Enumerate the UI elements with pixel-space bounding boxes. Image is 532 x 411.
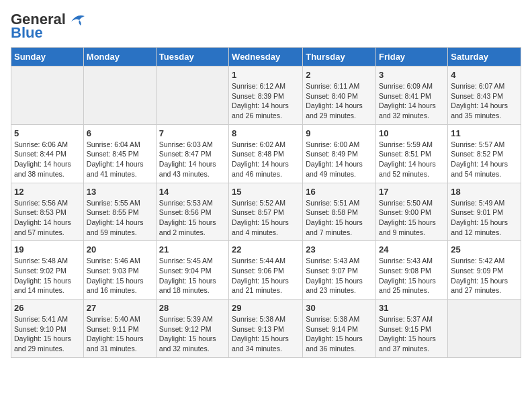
calendar-cell: 9Sunrise: 6:00 AM Sunset: 8:49 PM Daylig… [303,124,376,183]
day-number: 17 [379,187,445,197]
day-number: 16 [306,187,373,197]
day-number: 3 [379,70,445,80]
calendar-week-4: 19Sunrise: 5:48 AM Sunset: 9:02 PM Dayli… [11,241,521,300]
day-number: 23 [306,244,373,255]
calendar-cell [156,66,228,125]
day-info: Sunrise: 6:06 AM Sunset: 8:44 PM Dayligh… [14,140,81,179]
day-number: 13 [87,187,153,197]
header-monday: Monday [83,48,156,66]
calendar-cell: 11Sunrise: 5:57 AM Sunset: 8:52 PM Dayli… [448,124,521,183]
day-number: 2 [306,70,373,80]
calendar-cell: 13Sunrise: 5:55 AM Sunset: 8:55 PM Dayli… [83,183,156,241]
day-info: Sunrise: 6:09 AM Sunset: 8:41 PM Dayligh… [379,81,445,121]
calendar-cell: 5Sunrise: 6:06 AM Sunset: 8:44 PM Daylig… [11,124,84,183]
day-info: Sunrise: 5:39 AM Sunset: 9:12 PM Dayligh… [159,314,226,354]
day-number: 30 [306,303,373,313]
header-tuesday: Tuesday [156,48,228,66]
day-number: 1 [232,70,300,80]
day-number: 31 [379,303,445,313]
calendar-cell: 27Sunrise: 5:40 AM Sunset: 9:11 PM Dayli… [83,300,156,358]
day-number: 18 [451,187,518,197]
day-info: Sunrise: 6:02 AM Sunset: 8:48 PM Dayligh… [232,140,300,179]
day-number: 4 [451,70,518,80]
day-info: Sunrise: 5:46 AM Sunset: 9:03 PM Dayligh… [87,256,153,295]
day-info: Sunrise: 6:07 AM Sunset: 8:43 PM Dayligh… [451,81,518,121]
day-number: 21 [159,244,226,255]
calendar-cell: 10Sunrise: 5:59 AM Sunset: 8:51 PM Dayli… [376,124,448,183]
calendar-cell: 14Sunrise: 5:53 AM Sunset: 8:56 PM Dayli… [156,183,228,241]
header-sunday: Sunday [11,48,84,66]
logo: General Blue [11,11,86,42]
day-number: 27 [87,303,153,313]
calendar-cell: 6Sunrise: 6:04 AM Sunset: 8:45 PM Daylig… [83,124,156,183]
day-info: Sunrise: 5:52 AM Sunset: 8:57 PM Dayligh… [232,198,300,238]
calendar-cell: 24Sunrise: 5:43 AM Sunset: 9:08 PM Dayli… [376,241,448,300]
day-number: 24 [379,244,445,255]
day-info: Sunrise: 5:57 AM Sunset: 8:52 PM Dayligh… [451,140,518,179]
calendar-cell: 29Sunrise: 5:38 AM Sunset: 9:13 PM Dayli… [229,300,303,358]
calendar-cell: 19Sunrise: 5:48 AM Sunset: 9:02 PM Dayli… [11,241,84,300]
calendar-cell: 26Sunrise: 5:41 AM Sunset: 9:10 PM Dayli… [11,300,84,358]
calendar-cell: 2Sunrise: 6:11 AM Sunset: 8:40 PM Daylig… [303,66,376,125]
header-saturday: Saturday [448,48,521,66]
header-wednesday: Wednesday [229,48,303,66]
day-number: 8 [232,128,300,138]
day-number: 11 [451,128,518,138]
day-info: Sunrise: 5:43 AM Sunset: 9:08 PM Dayligh… [379,256,445,295]
calendar-cell: 25Sunrise: 5:42 AM Sunset: 9:09 PM Dayli… [448,241,521,300]
calendar-cell: 22Sunrise: 5:44 AM Sunset: 9:06 PM Dayli… [229,241,303,300]
day-info: Sunrise: 5:56 AM Sunset: 8:53 PM Dayligh… [14,198,81,238]
day-info: Sunrise: 6:03 AM Sunset: 8:47 PM Dayligh… [159,140,226,179]
day-info: Sunrise: 5:38 AM Sunset: 9:13 PM Dayligh… [232,314,300,354]
day-info: Sunrise: 5:42 AM Sunset: 9:09 PM Dayligh… [451,256,518,295]
day-info: Sunrise: 5:43 AM Sunset: 9:07 PM Dayligh… [306,256,373,295]
day-info: Sunrise: 5:44 AM Sunset: 9:06 PM Dayligh… [232,256,300,295]
logo-blue: Blue [11,24,43,42]
calendar-cell: 23Sunrise: 5:43 AM Sunset: 9:07 PM Dayli… [303,241,376,300]
day-number: 20 [87,244,153,255]
calendar-cell: 20Sunrise: 5:46 AM Sunset: 9:03 PM Dayli… [83,241,156,300]
logo-bird-icon [67,12,86,27]
day-number: 22 [232,244,300,255]
calendar-week-1: 1Sunrise: 6:12 AM Sunset: 8:39 PM Daylig… [11,66,521,125]
day-number: 6 [87,128,153,138]
day-number: 5 [14,128,81,138]
day-info: Sunrise: 6:12 AM Sunset: 8:39 PM Dayligh… [232,81,300,121]
calendar-cell: 31Sunrise: 5:37 AM Sunset: 9:15 PM Dayli… [376,300,448,358]
day-number: 14 [159,187,226,197]
page-header: General Blue [11,11,521,42]
day-number: 10 [379,128,445,138]
day-info: Sunrise: 5:45 AM Sunset: 9:04 PM Dayligh… [159,256,226,295]
header-thursday: Thursday [303,48,376,66]
calendar-cell [83,66,156,125]
day-info: Sunrise: 6:04 AM Sunset: 8:45 PM Dayligh… [87,140,153,179]
calendar-cell: 8Sunrise: 6:02 AM Sunset: 8:48 PM Daylig… [229,124,303,183]
calendar-cell: 3Sunrise: 6:09 AM Sunset: 8:41 PM Daylig… [376,66,448,125]
calendar-cell: 21Sunrise: 5:45 AM Sunset: 9:04 PM Dayli… [156,241,228,300]
day-number: 7 [159,128,226,138]
day-number: 26 [14,303,81,313]
day-info: Sunrise: 5:53 AM Sunset: 8:56 PM Dayligh… [159,198,226,238]
calendar-cell: 15Sunrise: 5:52 AM Sunset: 8:57 PM Dayli… [229,183,303,241]
calendar-table: SundayMondayTuesdayWednesdayThursdayFrid… [11,47,521,358]
day-number: 12 [14,187,81,197]
day-number: 29 [232,303,300,313]
calendar-cell: 28Sunrise: 5:39 AM Sunset: 9:12 PM Dayli… [156,300,228,358]
calendar-cell: 18Sunrise: 5:49 AM Sunset: 9:01 PM Dayli… [448,183,521,241]
day-info: Sunrise: 6:11 AM Sunset: 8:40 PM Dayligh… [306,81,373,121]
calendar-cell: 1Sunrise: 6:12 AM Sunset: 8:39 PM Daylig… [229,66,303,125]
day-info: Sunrise: 5:51 AM Sunset: 8:58 PM Dayligh… [306,198,373,238]
day-info: Sunrise: 5:37 AM Sunset: 9:15 PM Dayligh… [379,314,445,354]
calendar-week-3: 12Sunrise: 5:56 AM Sunset: 8:53 PM Dayli… [11,183,521,241]
calendar-cell: 12Sunrise: 5:56 AM Sunset: 8:53 PM Dayli… [11,183,84,241]
day-info: Sunrise: 5:59 AM Sunset: 8:51 PM Dayligh… [379,140,445,179]
day-info: Sunrise: 6:00 AM Sunset: 8:49 PM Dayligh… [306,140,373,179]
day-info: Sunrise: 5:49 AM Sunset: 9:01 PM Dayligh… [451,198,518,238]
day-number: 28 [159,303,226,313]
calendar-cell: 17Sunrise: 5:50 AM Sunset: 9:00 PM Dayli… [376,183,448,241]
day-info: Sunrise: 5:48 AM Sunset: 9:02 PM Dayligh… [14,256,81,295]
calendar-week-2: 5Sunrise: 6:06 AM Sunset: 8:44 PM Daylig… [11,124,521,183]
day-number: 25 [451,244,518,255]
header-friday: Friday [376,48,448,66]
calendar-cell [11,66,84,125]
